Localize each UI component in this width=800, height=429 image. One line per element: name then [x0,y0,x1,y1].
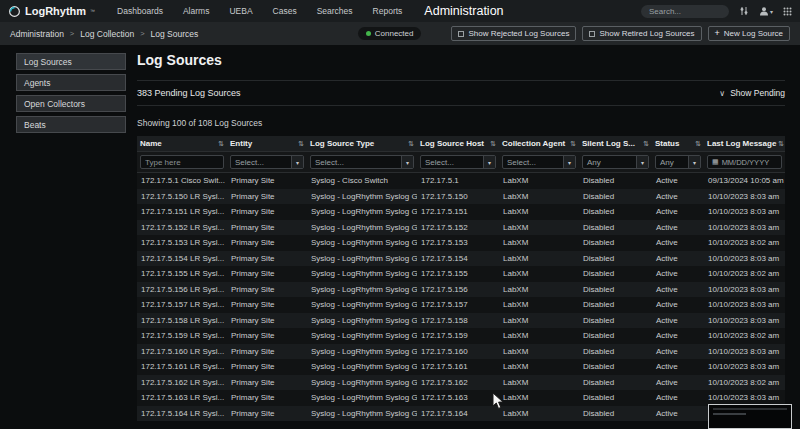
topnav-item-administration[interactable]: Administration [424,4,503,18]
topnav-item-searches[interactable]: Searches [317,6,353,16]
cell-agent: LabXM [499,409,579,418]
user-menu[interactable]: ▾ [759,6,773,16]
cell-entity: Primary Site [227,331,307,340]
breadcrumb-item[interactable]: Log Collection [80,29,134,39]
table-row[interactable]: 172.17.5.161 LR Sysl...Primary SiteSyslo… [137,359,785,375]
global-search-input[interactable]: Search... [641,5,729,18]
table-row[interactable]: 172.17.5.151 LR Sysl...Primary SiteSyslo… [137,204,785,220]
table-row[interactable]: 172.17.5.162 LR Sysl...Primary SiteSyslo… [137,375,785,391]
column-header-agent[interactable]: Collection Agent⇅ [499,139,579,148]
column-label: Log Source Host [420,139,484,148]
chevron-down-icon: ▾ [688,156,700,168]
cell-status: Active [652,176,704,185]
cell-agent: LabXM [499,285,579,294]
topnav-item-ueba[interactable]: UEBA [229,6,252,16]
table-row[interactable]: 172.17.5.1 Cisco Swit...Primary SiteSysl… [137,173,785,189]
table-row[interactable]: 172.17.5.154 LR Sysl...Primary SiteSyslo… [137,251,785,267]
breadcrumb-separator: > [70,29,74,38]
collection-agent-filter-select[interactable]: Select... ▾ [502,155,576,169]
new-log-source-button[interactable]: + New Log Source [708,26,790,41]
topnav-item-dashboards[interactable]: Dashboards [117,6,163,16]
select-placeholder: Any [587,158,601,167]
cell-host: 172.17.5.1 [417,176,499,185]
show-pending-toggle[interactable]: ∨ Show Pending [719,88,785,98]
filter-cell: Select... ▾ [499,155,579,169]
column-header-entity[interactable]: Entity⇅ [227,139,307,148]
cell-agent: LabXM [499,192,579,201]
table-row[interactable]: 172.17.5.158 LR Sysl...Primary SiteSyslo… [137,313,785,329]
table-row[interactable]: 172.17.5.150 LR Sysl...Primary SiteSyslo… [137,189,785,205]
sidebar-item-agents[interactable]: Agents [16,74,126,91]
sort-icon[interactable]: ⇅ [216,140,224,148]
column-label: Name [140,139,162,148]
chevron-down-icon: ▾ [770,8,773,15]
sort-icon[interactable]: ⇅ [641,140,649,148]
cell-type: Syslog - LogRhythm Syslog Ge... [307,238,417,247]
brand-name: LogRhythm [25,5,86,17]
cell-status: Active [652,192,704,201]
show-rejected-label: Show Rejected Log Sources [468,29,569,38]
filter-cell [137,155,227,169]
cell-last: 10/10/2023 8:03 am [704,393,785,402]
date-filter-input[interactable]: ▦ MM/DD/YYYY [707,155,782,169]
topnav-item-cases[interactable]: Cases [273,6,297,16]
select-placeholder: Select... [425,158,454,167]
show-retired-button[interactable]: Show Retired Log Sources [582,26,701,41]
silent-log-source-filter-select[interactable]: Any ▾ [582,155,649,169]
table-row[interactable]: 172.17.5.153 LR Sysl...Primary SiteSyslo… [137,235,785,251]
breadcrumb-item[interactable]: Administration [10,29,64,39]
table-filter-row: Select... ▾ Select... ▾ Select... ▾ [137,151,785,173]
column-header-silent[interactable]: Silent Log S...⇅ [579,139,652,148]
cell-type: Syslog - LogRhythm Syslog Ge... [307,269,417,278]
sort-icon[interactable]: ⇅ [488,140,496,148]
cell-name: 172.17.5.153 LR Sysl... [137,238,227,247]
table-row[interactable]: 172.17.5.160 LR Sysl...Primary SiteSyslo… [137,344,785,360]
topnav-item-reports[interactable]: Reports [373,6,403,16]
show-rejected-button[interactable]: Show Rejected Log Sources [451,26,576,41]
breadcrumb-item[interactable]: Log Sources [151,29,199,39]
column-label: Collection Agent [502,139,565,148]
column-header-type[interactable]: Log Source Type⇅ [307,139,417,148]
cell-host: 172.17.5.152 [417,223,499,232]
column-header-host[interactable]: Log Source Host⇅ [417,139,499,148]
calendar-icon: ▦ [712,158,719,166]
cell-last: 10/10/2023 8:03 am [704,192,785,201]
screen-preview-window[interactable] [708,404,792,429]
log-source-host-filter-select[interactable]: Select... ▾ [420,155,496,169]
topnav-item-alarms[interactable]: Alarms [183,6,209,16]
sort-icon[interactable]: ⇅ [296,140,304,148]
logrhythm-logo[interactable]: LogRhythm ™ [8,5,95,18]
table-row[interactable]: 172.17.5.164 LR Sysl...Primary SiteSyslo… [137,406,785,422]
showing-count-label: Showing 100 of 108 Log Sources [137,118,785,128]
table-row[interactable]: 172.17.5.157 LR Sysl...Primary SiteSyslo… [137,297,785,313]
cell-last: 10/10/2023 8:03 am [704,362,785,371]
sliders-icon[interactable] [739,6,749,16]
table-row[interactable]: 172.17.5.163 LR Sysl...Primary SiteSyslo… [137,390,785,406]
sort-icon[interactable]: ⇅ [568,140,576,148]
sort-icon[interactable]: ⇅ [406,140,414,148]
new-log-source-label: New Log Source [724,29,783,38]
sort-icon[interactable]: ⇅ [693,140,701,148]
sort-icon[interactable]: ⇅ [776,140,784,148]
trademark-mark: ™ [90,8,95,14]
cell-silent: Disabled [579,362,652,371]
cell-host: 172.17.5.153 [417,238,499,247]
app-grid-icon[interactable] [783,7,792,16]
column-header-status[interactable]: Status⇅ [652,139,704,148]
name-filter-input[interactable] [140,155,224,169]
log-source-type-filter-select[interactable]: Select... ▾ [310,155,414,169]
status-filter-select[interactable]: Any ▾ [655,155,701,169]
preview-content [713,413,746,415]
column-header-name[interactable]: Name⇅ [137,139,227,148]
sidebar-item-beats[interactable]: Beats [16,116,126,133]
cell-type: Syslog - LogRhythm Syslog Ge... [307,347,417,356]
table-row[interactable]: 172.17.5.159 LR Sysl...Primary SiteSyslo… [137,328,785,344]
table-row[interactable]: 172.17.5.156 LR Sysl...Primary SiteSyslo… [137,282,785,298]
column-header-last[interactable]: Last Log Message⇅ [704,139,785,148]
sidebar-item-log-sources[interactable]: Log Sources [16,53,126,70]
entity-filter-select[interactable]: Select... ▾ [230,155,304,169]
table-row[interactable]: 172.17.5.152 LR Sysl...Primary SiteSyslo… [137,220,785,236]
sidebar-item-open-collectors[interactable]: Open Collectors [16,95,126,112]
table-row[interactable]: 172.17.5.155 LR Sysl...Primary SiteSyslo… [137,266,785,282]
filter-cell: Select... ▾ [227,155,307,169]
